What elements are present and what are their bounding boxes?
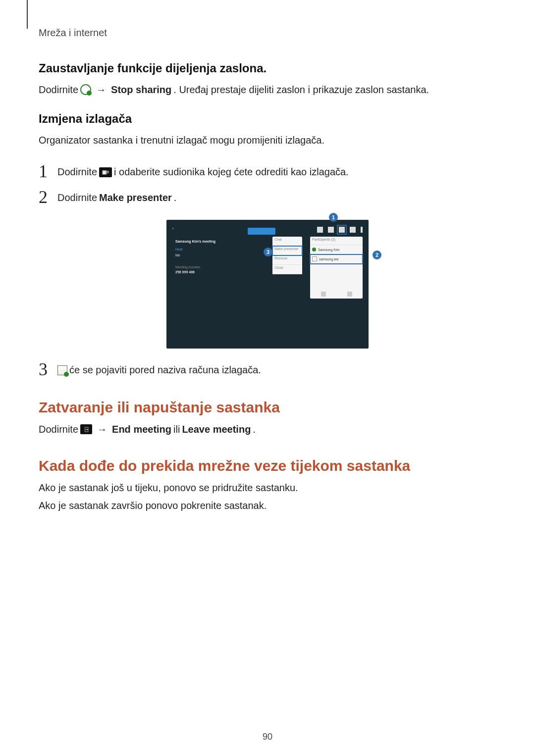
me-label: Me bbox=[175, 253, 180, 257]
share-screen-button bbox=[248, 228, 275, 235]
meeting-code: 256 999 406 bbox=[175, 270, 195, 274]
host-label: Host bbox=[175, 248, 182, 251]
step-2: 2 Dodirnite Make presenter . bbox=[39, 188, 496, 206]
heading-disconnect: Kada dođe do prekida mrežne veze tijekom… bbox=[39, 457, 496, 474]
step-3: 3 će se pojaviti pored naziva računa izl… bbox=[39, 360, 496, 378]
text: . bbox=[253, 422, 256, 437]
text: Dodirnite bbox=[39, 82, 78, 97]
heading-close-meeting: Zatvaranje ili napuštanje sastanka bbox=[39, 399, 496, 416]
camera-icon bbox=[317, 227, 323, 233]
menu-item: Chat bbox=[272, 237, 302, 246]
participants-icon bbox=[99, 167, 112, 177]
app-screenshot: ‹ Samsung Kim's meeting Host Me Meeting … bbox=[166, 220, 369, 349]
menu-item: Close bbox=[272, 265, 302, 274]
text: Dodirnite bbox=[57, 192, 97, 203]
meeting-number-label: Meeting number bbox=[175, 265, 201, 269]
callout-3: 3 bbox=[264, 248, 272, 256]
breadcrumb: Mreža i internet bbox=[39, 27, 496, 39]
share-status-icon bbox=[80, 84, 91, 95]
text: i odaberite sudionika kojeg ćete odredit… bbox=[114, 166, 349, 178]
step-1: 1 Dodirnite i odaberite sudionika kojeg … bbox=[39, 162, 496, 180]
participant-row: Samsung Kim bbox=[310, 245, 363, 254]
page-number: 90 bbox=[0, 732, 535, 742]
text: će se pojaviti pored naziva računa izlag… bbox=[69, 364, 261, 376]
header-rule bbox=[27, 0, 28, 29]
figure-container: ‹ Samsung Kim's meeting Host Me Meeting … bbox=[39, 220, 496, 349]
text: ili bbox=[173, 422, 180, 437]
toolbar bbox=[317, 227, 363, 233]
mute-all-icon bbox=[321, 292, 326, 297]
panel-header: Participants (2) bbox=[310, 237, 363, 245]
step-number: 3 bbox=[39, 360, 57, 378]
panel-footer bbox=[310, 290, 363, 299]
step-number: 1 bbox=[39, 162, 57, 180]
presenter-badge-icon bbox=[57, 365, 67, 375]
heading-change-presenter: Izmjena izlagača bbox=[39, 112, 496, 126]
callout-2: 2 bbox=[373, 251, 381, 259]
step-number: 2 bbox=[39, 188, 57, 206]
participants-icon bbox=[339, 227, 345, 233]
presenter-badge-icon bbox=[312, 248, 316, 252]
participants-panel: Participants (2) Samsung Kim samsung.lee bbox=[310, 237, 363, 299]
panel-spacer bbox=[310, 264, 363, 290]
text: Dodirnite bbox=[57, 166, 97, 178]
action-leave-meeting: Leave meeting bbox=[182, 422, 251, 437]
callout-1: 1 bbox=[329, 213, 338, 222]
paragraph-disconnect-1: Ako je sastanak još u tijeku, ponovo se … bbox=[39, 480, 496, 495]
arrow-icon: → bbox=[93, 82, 109, 97]
more-icon bbox=[361, 227, 363, 233]
paragraph-close-meeting: Dodirnite → End meeting ili Leave meetin… bbox=[39, 422, 496, 437]
paragraph-stop-sharing: Dodirnite → Stop sharing . Uređaj presta… bbox=[39, 82, 496, 97]
exit-icon bbox=[350, 227, 356, 233]
participant-row-selected: samsung.lee bbox=[310, 254, 363, 264]
back-icon: ‹ bbox=[172, 227, 173, 230]
menu-item-make-presenter: Make presenter bbox=[272, 246, 302, 255]
manual-page: Mreža i internet Zaustavljanje funkcije … bbox=[0, 0, 535, 756]
arrow-icon: → bbox=[94, 422, 110, 437]
exit-meeting-icon bbox=[80, 424, 92, 434]
paragraph-change-presenter: Organizator sastanka i trenutni izlagač … bbox=[39, 133, 496, 148]
participant-name: samsung.lee bbox=[319, 257, 339, 261]
text: . Uređaj prestaje dijeliti zaslon i prik… bbox=[173, 82, 429, 97]
text: . bbox=[174, 192, 177, 203]
heading-stop-sharing: Zaustavljanje funkcije dijeljenja zaslon… bbox=[39, 61, 496, 75]
action-end-meeting: End meeting bbox=[112, 422, 171, 437]
context-menu: Chat Make presenter Remove Close bbox=[272, 237, 302, 274]
checkbox-icon bbox=[312, 256, 317, 261]
action-make-presenter: Make presenter bbox=[99, 192, 172, 203]
action-stop-sharing: Stop sharing bbox=[111, 82, 171, 97]
mic-icon bbox=[328, 227, 334, 233]
menu-item: Remove bbox=[272, 255, 302, 265]
speaker-icon bbox=[347, 292, 352, 297]
participant-name: Samsung Kim bbox=[318, 248, 340, 252]
meeting-title: Samsung Kim's meeting bbox=[175, 240, 215, 243]
text: Dodirnite bbox=[39, 422, 78, 437]
paragraph-disconnect-2: Ako je sastanak završio ponovo pokrenite… bbox=[39, 498, 496, 513]
